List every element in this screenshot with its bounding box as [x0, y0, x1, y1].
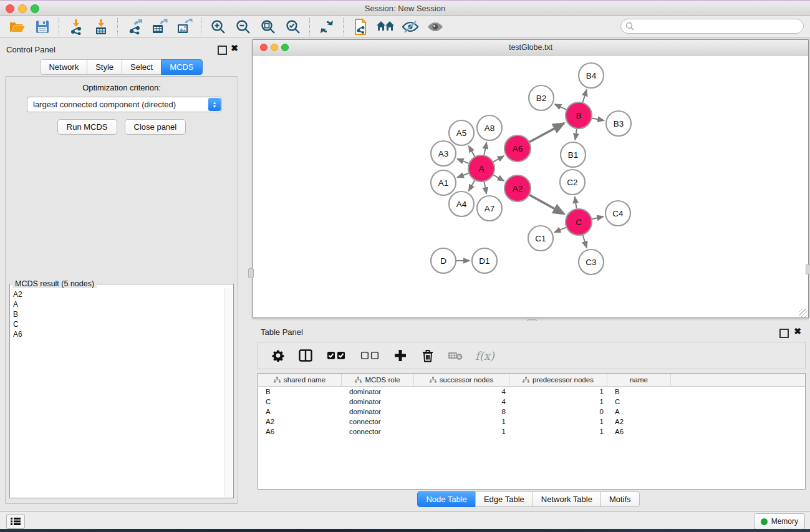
- open-session-button[interactable]: [5, 17, 30, 37]
- cell-shared-name[interactable]: A: [258, 408, 342, 415]
- save-session-button[interactable]: [30, 17, 55, 37]
- node-A2[interactable]: A2: [504, 175, 531, 201]
- close-panel-icon[interactable]: ✖: [231, 44, 238, 52]
- edge-C-C1[interactable]: [554, 228, 566, 233]
- optimization-criterion-select[interactable]: largest connected component (directed) ▲…: [27, 97, 222, 112]
- edge-C-C4[interactable]: [592, 216, 604, 219]
- node-A7[interactable]: A7: [477, 196, 502, 221]
- column-header-name[interactable]: name: [607, 374, 671, 386]
- node-D1[interactable]: D1: [472, 248, 497, 273]
- node-A3[interactable]: A3: [431, 141, 456, 166]
- zoom-fit-button[interactable]: [256, 17, 281, 37]
- zoom-selected-button[interactable]: [281, 17, 306, 37]
- zoom-in-button[interactable]: [206, 17, 231, 37]
- tab-select[interactable]: Select: [122, 59, 162, 75]
- edge-A-A2[interactable]: [493, 175, 504, 181]
- list-item[interactable]: B: [13, 309, 225, 319]
- hide-selected-button[interactable]: [398, 17, 423, 37]
- node-A6[interactable]: A6: [504, 135, 531, 162]
- table-row[interactable]: A6connector11A6: [258, 427, 805, 437]
- add-column-button[interactable]: [393, 348, 408, 363]
- column-header-MCDS-role[interactable]: MCDS role: [342, 374, 414, 386]
- node-table[interactable]: shared nameMCDS rolesuccessor nodesprede…: [258, 373, 806, 490]
- node-B[interactable]: B: [566, 102, 592, 128]
- node-C2[interactable]: C2: [560, 170, 585, 195]
- cell-predecessor-nodes[interactable]: 1: [509, 428, 607, 435]
- cell-predecessor-nodes[interactable]: 1: [509, 418, 607, 425]
- result-scrollbar[interactable]: [224, 288, 233, 497]
- cell-MCDS-role[interactable]: connector: [342, 418, 414, 425]
- cell-name[interactable]: C: [607, 398, 671, 405]
- edge-A-A6[interactable]: [493, 156, 504, 162]
- splitter-grip-vertical[interactable]: [248, 268, 254, 278]
- node-B1[interactable]: B1: [561, 142, 586, 167]
- search-input[interactable]: [637, 21, 803, 31]
- import-network-button[interactable]: [64, 17, 89, 37]
- edge-B-B3[interactable]: [592, 118, 604, 120]
- list-item[interactable]: A2: [13, 289, 225, 299]
- float-panel-icon[interactable]: [218, 46, 227, 55]
- search-field[interactable]: [620, 19, 804, 34]
- cell-MCDS-role[interactable]: dominator: [342, 388, 414, 395]
- list-item[interactable]: A6: [13, 329, 225, 339]
- node-A1[interactable]: A1: [431, 170, 456, 195]
- run-mcds-button[interactable]: Run MCDS: [57, 119, 117, 135]
- cell-MCDS-role[interactable]: dominator: [342, 408, 414, 415]
- zoom-out-button[interactable]: [231, 17, 256, 37]
- edge-B-B4[interactable]: [583, 90, 587, 102]
- tab-motifs[interactable]: Motifs: [600, 491, 640, 507]
- column-header-shared-name[interactable]: shared name: [258, 374, 342, 386]
- edge-A-A4[interactable]: [469, 180, 475, 191]
- cell-MCDS-role[interactable]: connector: [342, 428, 414, 435]
- tab-edge-table[interactable]: Edge Table: [475, 491, 533, 507]
- list-item[interactable]: C: [13, 319, 225, 329]
- node-A[interactable]: A: [468, 155, 494, 181]
- cell-successor-nodes[interactable]: 4: [414, 388, 509, 395]
- task-history-button[interactable]: [6, 514, 25, 529]
- cell-shared-name[interactable]: B: [258, 388, 342, 395]
- splitter-grip-right[interactable]: [806, 264, 810, 274]
- edge-B-B2[interactable]: [555, 104, 566, 110]
- column-header-successor-nodes[interactable]: successor nodes: [414, 374, 509, 386]
- node-C4[interactable]: C4: [605, 201, 630, 226]
- node-D[interactable]: D: [431, 248, 456, 273]
- close-panel-button[interactable]: Close panel: [125, 119, 186, 135]
- import-table-button[interactable]: [89, 17, 113, 37]
- table-row[interactable]: A2connector11A2: [258, 417, 805, 427]
- node-A5[interactable]: A5: [449, 120, 474, 145]
- cell-shared-name[interactable]: A2: [258, 418, 342, 425]
- network-window-titlebar[interactable]: testGlobe.txt: [253, 40, 808, 56]
- node-B4[interactable]: B4: [579, 63, 604, 88]
- window-resize-grip[interactable]: [799, 309, 808, 317]
- close-table-panel-icon[interactable]: ✖: [794, 327, 801, 336]
- node-B3[interactable]: B3: [606, 111, 631, 136]
- home-button[interactable]: [373, 17, 398, 37]
- session-document-button[interactable]: [348, 17, 373, 37]
- export-table-button[interactable]: [147, 17, 172, 37]
- cell-predecessor-nodes[interactable]: 1: [509, 388, 607, 395]
- node-C[interactable]: C: [566, 209, 592, 235]
- edge-C-C2[interactable]: [575, 197, 577, 209]
- cell-predecessor-nodes[interactable]: 0: [509, 408, 607, 415]
- edge-A2-C[interactable]: [529, 195, 564, 215]
- table-deselect-all-button[interactable]: [359, 348, 380, 363]
- show-hidden-button[interactable]: [423, 17, 448, 37]
- tab-style[interactable]: Style: [87, 59, 122, 75]
- memory-button[interactable]: Memory: [754, 513, 805, 530]
- cell-successor-nodes[interactable]: 1: [414, 418, 509, 425]
- delete-column-button[interactable]: [420, 348, 435, 363]
- cell-name[interactable]: A: [607, 408, 671, 415]
- export-image-button[interactable]: [172, 17, 197, 37]
- edge-A-A1[interactable]: [458, 173, 469, 178]
- cell-successor-nodes[interactable]: 1: [414, 428, 509, 435]
- table-row[interactable]: Cdominator41C: [258, 397, 805, 407]
- cell-name[interactable]: A2: [607, 418, 671, 425]
- float-table-panel-icon[interactable]: [779, 329, 789, 338]
- function-builder-button[interactable]: f(x): [475, 349, 494, 362]
- cell-successor-nodes[interactable]: 8: [414, 408, 509, 415]
- list-item[interactable]: A: [13, 299, 225, 309]
- node-C1[interactable]: C1: [528, 226, 553, 251]
- delete-table-button[interactable]: [448, 348, 463, 363]
- table-settings-button[interactable]: [271, 348, 286, 363]
- cell-name[interactable]: B: [607, 388, 671, 395]
